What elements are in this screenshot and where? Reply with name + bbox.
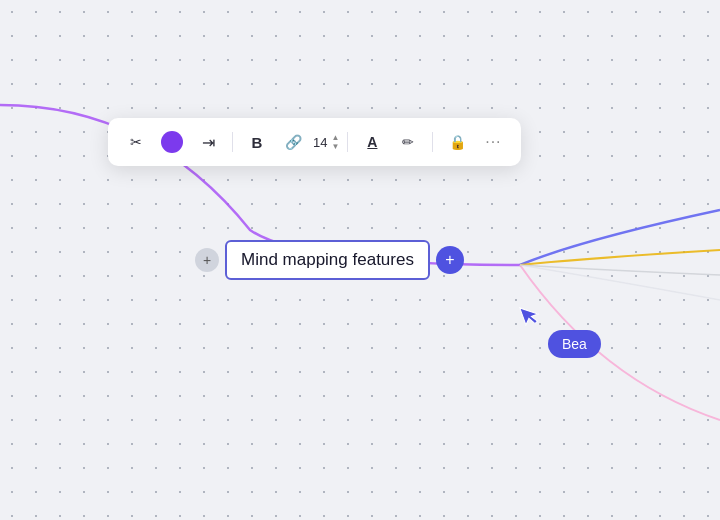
font-size-control[interactable]: 14 ▲ ▼ <box>313 126 339 158</box>
bea-user-badge: Bea <box>548 330 601 358</box>
scissors-button[interactable]: ✂ <box>120 126 152 158</box>
link-icon: 🔗 <box>285 134 302 150</box>
bold-icon: B <box>252 134 263 151</box>
node-text: Mind mapping features <box>241 250 414 269</box>
lock-icon: 🔒 <box>449 134 466 150</box>
scissors-icon: ✂ <box>130 134 142 150</box>
add-right-icon: + <box>445 251 454 269</box>
node-text-box[interactable]: Mind mapping features <box>225 240 430 280</box>
font-size-down-icon: ▼ <box>331 143 339 151</box>
indent-button[interactable]: ⇥ <box>192 126 224 158</box>
bea-label: Bea <box>562 336 587 352</box>
toolbar-divider-1 <box>232 132 233 152</box>
pencil-icon: ✏ <box>402 134 414 150</box>
pencil-button[interactable]: ✏ <box>392 126 424 158</box>
font-size-value: 14 <box>313 136 327 149</box>
font-size-arrows[interactable]: ▲ ▼ <box>331 134 339 151</box>
canvas: ✂ ⇥ B 🔗 14 ▲ ▼ A ✏ <box>0 0 720 520</box>
toolbar-divider-2 <box>347 132 348 152</box>
node-add-left-button[interactable]: + <box>195 248 219 272</box>
user-cursor <box>517 299 549 337</box>
toolbar-divider-3 <box>432 132 433 152</box>
color-picker-button[interactable] <box>156 126 188 158</box>
formatting-toolbar: ✂ ⇥ B 🔗 14 ▲ ▼ A ✏ <box>108 118 521 166</box>
link-button[interactable]: 🔗 <box>277 126 309 158</box>
lock-button[interactable]: 🔒 <box>441 126 473 158</box>
add-left-icon: + <box>203 252 211 268</box>
text-color-icon: A <box>367 134 377 150</box>
color-circle <box>161 131 183 153</box>
mind-map-node: + Mind mapping features + <box>195 240 464 280</box>
bold-button[interactable]: B <box>241 126 273 158</box>
node-add-right-button[interactable]: + <box>436 246 464 274</box>
font-size-up-icon: ▲ <box>331 134 339 142</box>
more-button[interactable]: ··· <box>477 126 509 158</box>
more-icon: ··· <box>485 133 501 151</box>
indent-icon: ⇥ <box>202 133 215 152</box>
text-color-button[interactable]: A <box>356 126 388 158</box>
